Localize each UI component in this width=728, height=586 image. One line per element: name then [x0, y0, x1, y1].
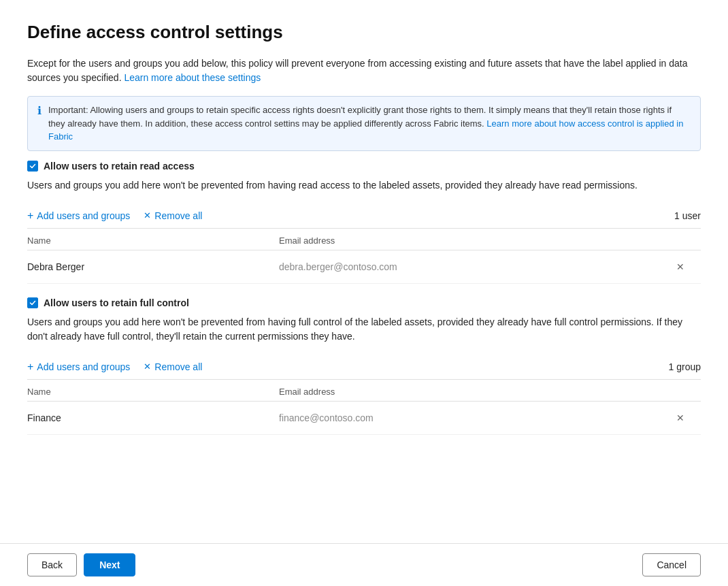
full-control-section: Allow users to retain full control Users…: [27, 297, 701, 435]
read-access-col-email-header: Email address: [279, 235, 674, 246]
back-button[interactable]: Back: [27, 553, 77, 576]
full-control-checkbox[interactable]: [27, 297, 38, 308]
read-access-col-name-header: Name: [27, 235, 279, 246]
full-control-remove-all-button[interactable]: ✕ Remove all: [144, 361, 202, 372]
read-access-row-email: debra.berger@contoso.com: [279, 261, 674, 272]
read-access-count: 1 user: [674, 210, 701, 221]
read-access-add-button[interactable]: + Add users and groups: [27, 210, 130, 221]
read-access-label: Allow users to retain read access: [44, 161, 195, 172]
full-control-remove-row-button[interactable]: ✕: [674, 410, 687, 426]
learn-more-settings-link[interactable]: Learn more about these settings: [124, 72, 261, 83]
read-access-row-name: Debra Berger: [27, 261, 279, 272]
full-control-description: Users and groups you add here won't be p…: [27, 315, 701, 344]
full-control-action-bar: + Add users and groups ✕ Remove all 1 gr…: [27, 355, 701, 380]
full-control-count: 1 group: [669, 361, 701, 372]
info-banner-text: Important: Allowing users and groups to …: [48, 103, 691, 144]
info-banner: ℹ Important: Allowing users and groups t…: [27, 96, 701, 151]
footer-left: Back Next: [27, 553, 135, 576]
table-row: Finance finance@contoso.com ✕: [27, 402, 701, 435]
read-access-action-bar: + Add users and groups ✕ Remove all 1 us…: [27, 204, 701, 229]
read-access-remove-row-button[interactable]: ✕: [674, 259, 687, 275]
page-title: Define access control settings: [27, 22, 701, 43]
plus-icon: +: [27, 210, 33, 221]
full-control-checkbox-row[interactable]: Allow users to retain full control: [27, 297, 701, 308]
read-access-section: Allow users to retain read access Users …: [27, 161, 701, 284]
full-control-label: Allow users to retain full control: [44, 297, 189, 308]
read-access-checkbox[interactable]: [27, 161, 38, 172]
checkmark-icon: [29, 163, 36, 169]
full-control-row-name: Finance: [27, 412, 279, 423]
full-control-col-email-header: Email address: [279, 387, 674, 397]
read-access-remove-all-button[interactable]: ✕ Remove all: [144, 210, 202, 221]
read-access-description: Users and groups you add here won't be p…: [27, 178, 701, 193]
read-access-table-header: Name Email address: [27, 229, 701, 250]
full-control-row-email: finance@contoso.com: [279, 412, 674, 423]
full-control-table-header: Name Email address: [27, 380, 701, 402]
plus-icon-2: +: [27, 361, 33, 372]
full-control-actions-left: + Add users and groups ✕ Remove all: [27, 361, 202, 372]
footer: Back Next Cancel: [0, 543, 728, 586]
table-row: Debra Berger debra.berger@contoso.com ✕: [27, 250, 701, 284]
checkmark-icon-2: [29, 299, 36, 306]
read-access-actions-left: + Add users and groups ✕ Remove all: [27, 210, 202, 221]
x-icon: ✕: [144, 211, 151, 220]
info-icon: ℹ: [37, 104, 42, 117]
full-control-add-button[interactable]: + Add users and groups: [27, 361, 130, 372]
intro-text: Except for the users and groups you add …: [27, 56, 701, 85]
x-icon-2: ✕: [144, 362, 151, 371]
read-access-checkbox-row[interactable]: Allow users to retain read access: [27, 161, 701, 172]
cancel-button[interactable]: Cancel: [642, 553, 701, 576]
next-button[interactable]: Next: [84, 553, 135, 576]
full-control-col-name-header: Name: [27, 387, 279, 397]
